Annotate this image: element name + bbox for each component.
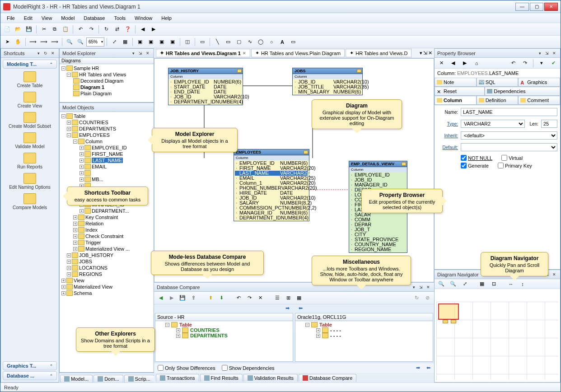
nav-forward-icon[interactable]: ▶ [460,58,470,68]
tree-node[interactable]: +EMPLOYEE_ID [61,145,153,151]
save-icon[interactable]: 💾 [178,294,187,302]
nav-viewport[interactable] [438,303,459,320]
nav-back-icon[interactable]: ◀ [157,294,165,302]
redo-icon[interactable]: ↷ [245,294,253,302]
palette-icon[interactable]: ▭ [197,37,207,47]
rect-icon[interactable]: ▭ [223,37,233,47]
tree-node[interactable]: +Trigger [61,239,153,246]
home-icon[interactable]: ⌂ [472,58,482,68]
undo-icon[interactable]: ↶ [508,58,518,68]
chevron-down-icon[interactable]: ▾ [411,284,417,290]
tree-node[interactable]: +Materialized View [61,284,153,290]
roundrect-icon[interactable]: ▢ [234,37,244,47]
tree-diagram[interactable]: Decorated Diagram [61,78,153,84]
chevron-down-icon[interactable]: ▾ [35,50,42,56]
refresh-icon[interactable]: ↻ [412,294,421,302]
maximize-button[interactable]: ▢ [530,3,543,11]
tab-database-compare[interactable]: Database Compare [299,374,356,382]
layer-front-icon[interactable]: ▣ [135,37,145,47]
tree-node[interactable]: +LAST_NAME [61,157,153,163]
chevron-down-icon[interactable]: ▾ [537,58,547,68]
tree-node[interactable]: +REGIONS [61,271,153,277]
redo-icon[interactable]: ↷ [86,24,96,34]
tab-transactions[interactable]: Transactions [156,374,199,382]
arrow-right-icon[interactable]: ➡ [416,365,420,371]
zoom-out-icon[interactable]: 🔍 [75,37,85,47]
refresh-icon[interactable]: ↻ [101,24,111,34]
inherit-label[interactable]: Inherit: [437,133,458,138]
pin-icon[interactable]: ⇲ [137,50,144,56]
shortcuts-cat-database[interactable]: Database ... [3,371,57,380]
line-icon[interactable]: ╲ [212,37,222,47]
pin-icon[interactable]: ⇲ [544,50,550,56]
close-icon[interactable]: ✕ [551,50,557,56]
menu-edit[interactable]: Edit [19,14,37,22]
menu-window[interactable]: Window [130,14,157,22]
open-icon[interactable]: 📂 [13,24,23,34]
nav-forward-icon[interactable]: ▶ [168,294,176,302]
import-down-icon[interactable]: ⬇ [217,294,225,302]
prop-tab-sql[interactable]: SQLSQL [477,78,519,87]
image-icon[interactable]: ▭ [288,37,298,47]
grid-icon[interactable]: ▦ [120,37,130,47]
arrow-right-icon[interactable]: ➡ [285,305,290,311]
center-icon[interactable]: ⊡ [489,279,499,289]
tree-node[interactable]: +Relation [61,220,153,227]
relation1-icon[interactable]: ⟿ [28,37,38,47]
layer-back-icon[interactable]: ▣ [146,37,156,47]
tree-node[interactable]: +DEPARTMENT... [61,208,153,214]
save-icon[interactable]: 💾 [24,24,34,34]
type-select[interactable]: VARCHAR2 [461,120,525,128]
diagram-navigator-canvas[interactable] [435,289,560,382]
tree-node[interactable]: +MB... [61,176,153,182]
generate-checkbox[interactable]: Generate [461,163,489,168]
tree-node[interactable]: +Key Constraint [61,214,153,220]
tree-root[interactable]: −Sample HR [61,65,153,71]
ellipse-icon[interactable]: ◯ [256,37,266,47]
cmp-row[interactable]: −Table [297,322,431,327]
close-icon[interactable]: ✕ [50,50,56,56]
nav-back-icon[interactable]: ◀ [448,58,458,68]
redo-icon[interactable]: ↷ [520,58,530,68]
zoom-in-icon[interactable]: 🔍 [436,279,446,289]
layer-up-icon[interactable]: ▣ [157,37,167,47]
nav-back-icon[interactable]: ◀ [138,24,148,34]
minimize-button[interactable]: — [515,3,529,11]
pk-checkbox[interactable]: Primary Key [498,163,532,168]
import-up-icon[interactable]: ⬆ [206,294,215,302]
undo-icon[interactable]: ↶ [75,24,85,34]
tree-node[interactable]: +Index [61,227,153,233]
shortcut-item[interactable]: Validate Model [3,131,57,151]
notnull-checkbox[interactable]: NOT NULL [461,155,492,161]
arrow-left-icon[interactable]: ⬅ [299,305,303,311]
diagram-tab[interactable]: ✦HR Tables and Views.Diagram 1✕ [156,49,250,57]
cube-icon[interactable]: ◫ [182,37,192,47]
cmp-row[interactable]: +- - - - [297,333,431,338]
tree-node[interactable]: −Column [61,138,153,145]
diagram-tab[interactable]: ✦HR Tables and Views.D [346,49,411,57]
tab-find-results[interactable]: Find Results [200,374,243,382]
shortcuts-cat-modeling[interactable]: Modeling T... [3,60,57,69]
close-icon[interactable]: ✕ [551,271,557,278]
new-icon[interactable]: 📄 [2,24,12,34]
menu-model[interactable]: Model [56,14,79,22]
entity-employees[interactable]: EMPLOYEESColumnEMPLOYEE_IDNUMBER(6)FIRST… [234,149,309,221]
grid-icon[interactable]: ▦ [477,279,487,289]
cmp-row[interactable]: +DEPARTMENTS [157,333,291,338]
chevron-down-icon[interactable]: ▾ [420,50,422,56]
virtual-checkbox[interactable]: Virtual [501,155,523,161]
show-deps-checkbox[interactable]: Show Dependencies [222,365,275,371]
prop-tab-reset[interactable]: ✕Reset [435,87,485,96]
menu-file[interactable]: File [2,14,19,22]
zoom-in-icon[interactable]: 🔍 [65,37,75,47]
default-select[interactable] [461,143,557,151]
tree-node[interactable]: +LOCATIONS [61,265,153,271]
pin-icon[interactable]: ⇲ [423,50,427,56]
default-label[interactable]: Default: [437,145,458,150]
tree-node[interactable]: +Schema [61,290,153,296]
paste-icon[interactable]: 📋 [61,24,70,34]
hand-icon[interactable]: ✋ [13,37,23,47]
tree-node[interactable]: +FIRST_NAME [61,151,153,157]
menu-tools[interactable]: Tools [109,14,130,22]
menu-database[interactable]: Database [79,14,109,22]
